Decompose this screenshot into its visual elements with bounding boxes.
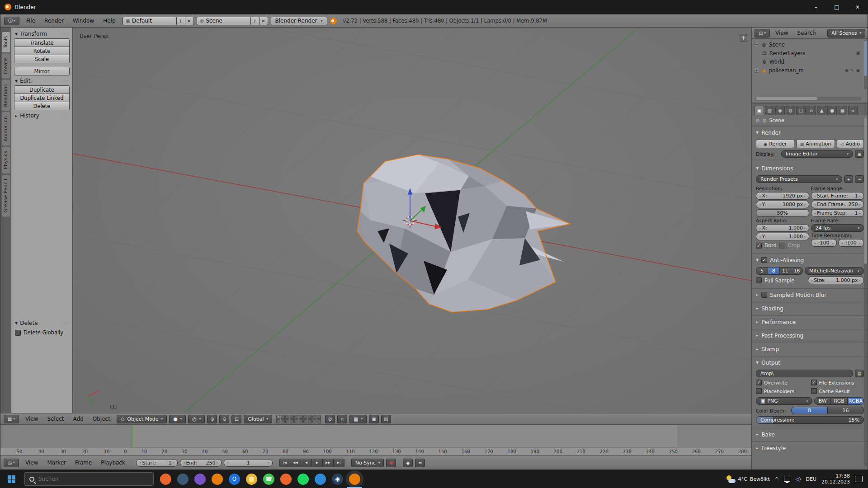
menu-item[interactable]: Select (43, 414, 68, 423)
shading-panel[interactable]: ►Shading (752, 302, 868, 315)
duplicate-button[interactable]: Duplicate (14, 85, 70, 94)
add-scene-button[interactable]: + (251, 17, 259, 25)
language-indicator[interactable]: DEU (806, 476, 816, 482)
app-purple-icon[interactable] (194, 474, 206, 485)
post-processing-panel[interactable]: ►Post Processing (752, 329, 868, 343)
layer-cell[interactable] (299, 415, 303, 419)
color-depth-toggle[interactable]: 16 (828, 407, 864, 414)
hidden-icons-chevron[interactable]: ^ (775, 476, 779, 482)
add-screen-button[interactable]: + (177, 17, 185, 25)
editor-type-button[interactable]: ▤ (755, 29, 770, 38)
layer-cell[interactable] (303, 419, 307, 423)
aspect-y-field[interactable]: Y:1.000 (756, 233, 809, 240)
add-preset-button[interactable]: + (844, 175, 853, 183)
layer-cell[interactable] (276, 415, 280, 419)
render-presets-dropdown[interactable]: Render Presets (756, 175, 842, 183)
pin-icon[interactable]: ⊙ (756, 118, 760, 123)
file-format-dropdown[interactable]: ▣PNG (756, 397, 812, 405)
duplicate-linked-button[interactable]: Duplicate Linked (14, 94, 70, 102)
opengl-render-anim-button[interactable]: ▥ (381, 415, 391, 423)
snap-element-dropdown[interactable]: ▦ (349, 415, 367, 423)
collapse-box-icon[interactable]: − (754, 42, 759, 47)
layer-cell[interactable] (308, 419, 312, 423)
playback-button[interactable]: ▶ (312, 459, 323, 467)
color-depth-toggle[interactable]: 8 (791, 407, 828, 414)
remap-old-field[interactable]: :100 (811, 239, 837, 247)
keying-set-icon[interactable]: ◆ (403, 459, 413, 467)
opengl-render-button[interactable]: ▣ (369, 415, 379, 423)
menu-item[interactable]: Playback (97, 458, 129, 467)
aa-samples-toggle[interactable]: 11 (780, 267, 792, 275)
lock-icon[interactable]: ⊘ (325, 415, 335, 423)
notification-center-icon[interactable] (855, 476, 863, 482)
close-button[interactable]: ✕ (847, 0, 868, 14)
layer-cell[interactable] (285, 415, 289, 419)
manipulator-rotate-toggle[interactable]: ⊙ (219, 415, 229, 423)
screen-layout-field[interactable]: ▦ Default (123, 17, 177, 25)
frame-end-field[interactable]: End: 250 (180, 459, 222, 467)
outliner-item-scene[interactable]: − ◎ Scene (754, 40, 866, 49)
bake-panel[interactable]: ►Bake (752, 428, 868, 441)
outliner-hscrollbar[interactable] (755, 97, 861, 101)
shelf-tab-grease-pencil[interactable]: Grease Pencil (2, 175, 10, 216)
layer-cell[interactable] (281, 419, 285, 423)
channel-toggle[interactable]: RGBA (848, 397, 864, 405)
menu-item[interactable]: View (21, 458, 42, 467)
search-input[interactable] (38, 476, 149, 482)
firefox-icon[interactable] (280, 474, 292, 485)
anti-aliasing-panel-header[interactable]: ▼ Anti-Aliasing (756, 255, 864, 265)
scene-field[interactable]: ◎ Scene (197, 17, 251, 25)
remove-preset-button[interactable]: − (855, 175, 864, 183)
transform-panel-header[interactable]: ▼ Transform :::: (14, 28, 70, 38)
start-frame-field[interactable]: Start Frame:1 (811, 192, 864, 200)
props-tab-physics[interactable]: ≈ (848, 106, 858, 115)
start-button[interactable] (2, 470, 21, 488)
layer-cell[interactable] (299, 419, 303, 423)
blender-icon[interactable] (349, 474, 360, 485)
editor-type-button[interactable]: ◷ (4, 459, 19, 467)
output-panel-header[interactable]: ▼ Output (756, 357, 864, 368)
menu-item[interactable]: Window (69, 16, 98, 25)
compression-slider[interactable]: Compression: 15% (756, 416, 864, 424)
freestyle-panel[interactable]: ►Freestyle (752, 441, 868, 455)
taskbar-search[interactable] (24, 472, 154, 486)
delete-globally-checkbox[interactable] (15, 330, 21, 336)
manipulator-scale-toggle[interactable]: ⊡ (231, 415, 241, 423)
clock[interactable]: 17:38 20.12.2023 (821, 473, 850, 485)
layer-cell[interactable] (312, 419, 316, 423)
volume-icon[interactable]: ◁) (795, 476, 801, 482)
props-tab-render-layers[interactable]: ▥ (765, 106, 774, 115)
display-options-icon[interactable]: ▣ (855, 150, 864, 158)
outliner-item-policeman[interactable]: + ▲ policeman_m ◉ ↖ ▣ (754, 66, 866, 75)
sync-dropdown[interactable]: No Sync (351, 459, 384, 467)
shelf-tab-physics[interactable]: Physics (2, 147, 10, 174)
aspect-x-field[interactable]: X:1.000 (756, 224, 809, 232)
viewport-shading-dropdown[interactable]: ● (169, 415, 186, 423)
layer-cell[interactable] (290, 419, 294, 423)
pivot-dropdown[interactable]: ◎ (188, 415, 205, 423)
layer-cell[interactable] (308, 415, 312, 419)
menu-item[interactable]: Help (99, 16, 119, 25)
playback-button[interactable]: ◀◀ (290, 459, 301, 467)
whatsapp-icon[interactable]: ☎ (263, 474, 274, 485)
weather-widget[interactable]: 4°C Bewölkt (726, 475, 770, 483)
layer-cell[interactable] (285, 419, 289, 423)
props-tab-object[interactable]: ▢ (796, 106, 806, 115)
channel-toggle[interactable]: RGB (831, 397, 847, 405)
translate-button[interactable]: Translate (14, 38, 70, 47)
editor-type-button[interactable]: ▦ (4, 415, 19, 423)
minimize-button[interactable]: – (806, 0, 826, 14)
playback-button[interactable]: ◀ (301, 459, 312, 467)
snap-magnet-toggle[interactable]: ∩ (337, 415, 347, 423)
frame-step-field[interactable]: Frame Step:1 (811, 209, 864, 217)
steam-icon[interactable]: ◉ (332, 474, 343, 485)
layer-cell[interactable] (312, 415, 316, 419)
anti-aliasing-checkbox[interactable] (761, 257, 767, 263)
renderable-icon[interactable]: ▣ (856, 51, 860, 56)
shelf-tab-tools[interactable]: Tools (2, 32, 10, 52)
layer-cell[interactable] (317, 415, 321, 419)
layer-cell[interactable] (303, 415, 307, 419)
cache-result-checkbox[interactable] (811, 388, 817, 394)
layer-cell[interactable] (281, 415, 285, 419)
menu-item[interactable]: Search (793, 28, 820, 38)
